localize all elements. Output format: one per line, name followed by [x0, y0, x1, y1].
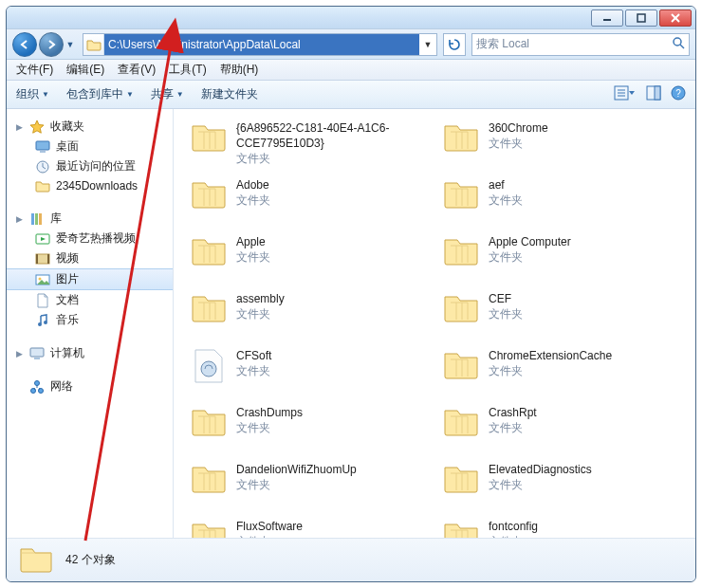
folder-type: 文件夹: [236, 249, 270, 265]
sidebar-item-label: 库: [50, 211, 62, 227]
maximize-button[interactable]: [625, 9, 657, 27]
close-button[interactable]: [659, 9, 692, 27]
address-row: ▼ C:\Users\Administrator\AppData\Local ▼…: [7, 29, 695, 60]
chevron-down-icon: ▶: [16, 122, 24, 132]
folder-item[interactable]: DandelionWifiZhuomUp文件夹: [187, 458, 428, 511]
folder-icon: [83, 34, 104, 55]
refresh-button[interactable]: [443, 33, 466, 56]
sidebar-item-label: 图片: [56, 271, 79, 287]
sidebar-item-libraries[interactable]: ▶ 库: [7, 209, 173, 229]
folder-item[interactable]: 360Chrome文件夹: [439, 117, 680, 170]
address-dropdown[interactable]: ▼: [419, 40, 436, 49]
folder-item[interactable]: Apple文件夹: [187, 230, 428, 284]
folder-item[interactable]: CrashDumps文件夹: [187, 401, 428, 454]
folder-name: CrashDumps: [236, 405, 303, 420]
svg-rect-23: [47, 254, 49, 264]
new-folder-button[interactable]: 新建文件夹: [201, 86, 258, 102]
folder-item[interactable]: assembly文件夹: [187, 287, 428, 340]
desktop-icon: [35, 139, 50, 155]
sidebar-item-iqiyi[interactable]: 爱奇艺热播视频: [7, 229, 173, 248]
forward-button[interactable]: [39, 32, 64, 57]
computer-icon: [29, 346, 45, 361]
folder-item[interactable]: CEF文件夹: [439, 287, 680, 340]
folder-type: 文件夹: [236, 151, 416, 166]
help-button[interactable]: ?: [671, 85, 686, 103]
command-bar: 组织 ▼ 包含到库中 ▼ 共享 ▼ 新建文件夹 ?: [7, 81, 695, 109]
folder-item[interactable]: CrashRpt文件夹: [439, 401, 680, 454]
svg-rect-19: [39, 213, 42, 225]
nav-history-dropdown[interactable]: ▼: [64, 35, 77, 54]
folder-icon: [441, 346, 481, 386]
folder-name: FluxSoftware: [236, 519, 303, 534]
sidebar-item-videos[interactable]: 视频: [7, 248, 173, 268]
recent-icon: [35, 159, 50, 175]
svg-rect-22: [36, 254, 38, 264]
sidebar-item-2345downloads[interactable]: 2345Downloads: [7, 176, 173, 195]
back-button[interactable]: [12, 32, 37, 57]
nav-buttons: ▼: [12, 32, 77, 57]
folder-icon: [18, 542, 54, 579]
folder-item[interactable]: {6A896522-C181-40E4-A1C6-CCE7795E10D3}文件…: [187, 117, 428, 170]
sidebar-item-network[interactable]: ▶ 网络: [7, 377, 173, 396]
file-list[interactable]: {6A896522-C181-40E4-A1C6-CCE7795E10D3}文件…: [174, 109, 695, 538]
menu-edit[interactable]: 编辑(E): [66, 62, 104, 78]
sidebar-item-documents[interactable]: 文档: [7, 290, 173, 310]
minimize-button[interactable]: [591, 9, 623, 27]
folder-item[interactable]: fontconfig文件夹: [439, 515, 680, 538]
sidebar-item-computer[interactable]: ▶ 计算机: [7, 343, 173, 363]
sidebar-item-music[interactable]: 音乐: [7, 310, 173, 330]
sidebar-item-pictures[interactable]: 图片: [7, 268, 173, 290]
view-mode-button[interactable]: [614, 85, 637, 103]
menu-bar: 文件(F) 编辑(E) 查看(V) 工具(T) 帮助(H): [7, 60, 695, 81]
share-button[interactable]: 共享 ▼: [151, 86, 184, 102]
folder-icon: [441, 232, 481, 272]
search-input[interactable]: 搜索 Local: [471, 33, 690, 56]
folder-name: {6A896522-C181-40E4-A1C6-CCE7795E10D3}: [236, 120, 416, 151]
film-icon: [35, 251, 50, 266]
folder-item[interactable]: ChromeExtensionCache文件夹: [439, 344, 680, 397]
address-path[interactable]: C:\Users\Administrator\AppData\Local: [104, 34, 419, 55]
sidebar-item-recent[interactable]: 最近访问的位置: [7, 156, 173, 176]
navigation-pane: ▶ 收藏夹 桌面 最近访问的位置 2345Downloads: [7, 109, 174, 538]
include-library-button[interactable]: 包含到库中 ▼: [66, 86, 134, 102]
folder-type: 文件夹: [489, 363, 612, 378]
menu-help[interactable]: 帮助(H): [220, 62, 259, 78]
folder-type: 文件夹: [236, 534, 303, 538]
sidebar-item-desktop[interactable]: 桌面: [7, 137, 173, 156]
preview-pane-button[interactable]: [646, 85, 661, 103]
folder-item[interactable]: ElevatedDiagnostics文件夹: [439, 458, 680, 511]
svg-rect-1: [637, 14, 645, 22]
status-text: 42 个对象: [65, 552, 116, 568]
libraries-icon: [29, 211, 45, 227]
folder-name: ElevatedDiagnostics: [489, 462, 592, 477]
folder-type: 文件夹: [489, 193, 523, 208]
folder-item[interactable]: CFSoft文件夹: [187, 344, 428, 397]
sidebar-group-favorites: ▶ 收藏夹 桌面 最近访问的位置 2345Downloads: [7, 117, 173, 195]
chevron-icon: ▶: [16, 349, 24, 358]
pictures-icon: [35, 272, 50, 287]
folder-name: ChromeExtensionCache: [489, 348, 612, 363]
sidebar-item-label: 最近访问的位置: [56, 158, 136, 175]
menu-tools[interactable]: 工具(T): [169, 62, 206, 78]
sidebar-item-favorites[interactable]: ▶ 收藏夹: [7, 117, 173, 137]
svg-rect-15: [40, 151, 46, 153]
organize-button[interactable]: 组织 ▼: [16, 86, 49, 102]
folder-name: aef: [489, 177, 523, 193]
sidebar-item-label: 2345Downloads: [56, 179, 138, 193]
svg-text:?: ?: [675, 88, 681, 99]
folder-item[interactable]: aef文件夹: [439, 174, 680, 227]
folder-name: CEF: [489, 291, 523, 306]
folder-icon: [441, 289, 481, 329]
svg-point-4: [674, 38, 681, 46]
folder-item[interactable]: Apple Computer文件夹: [439, 230, 680, 284]
menu-file[interactable]: 文件(F): [16, 62, 53, 78]
folder-icon: [189, 460, 229, 500]
folder-icon: [189, 119, 229, 158]
folder-item[interactable]: FluxSoftware文件夹: [187, 515, 428, 538]
svg-rect-29: [34, 358, 40, 359]
folder-icon: [441, 460, 481, 500]
folder-icon: [189, 175, 229, 215]
address-bar[interactable]: C:\Users\Administrator\AppData\Local ▼: [83, 33, 437, 56]
menu-view[interactable]: 查看(V): [118, 62, 156, 78]
folder-item[interactable]: Adobe文件夹: [187, 174, 428, 227]
